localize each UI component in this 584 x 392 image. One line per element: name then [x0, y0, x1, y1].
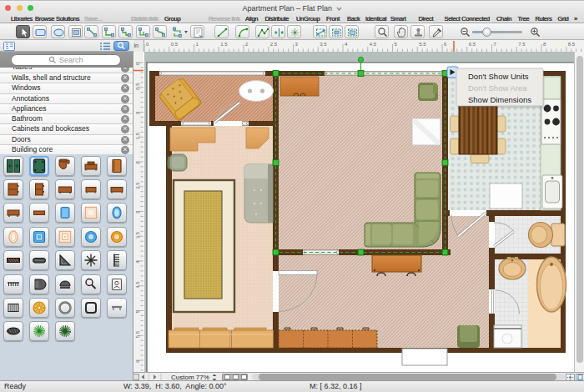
svg-text:Show Dimensions: Show Dimensions [468, 95, 531, 104]
svg-text:8.5: 8.5 [568, 42, 576, 47]
svg-text:2.5: 2.5 [270, 42, 278, 47]
svg-text:2.5: 2.5 [135, 182, 140, 189]
svg-text:6.5: 6.5 [469, 42, 476, 47]
svg-text:1.5: 1.5 [220, 42, 228, 47]
svg-text:3.5: 3.5 [320, 42, 327, 47]
svg-text:1.5: 1.5 [135, 132, 140, 139]
svg-text:5.5: 5.5 [135, 330, 140, 338]
svg-text:4.5: 4.5 [135, 281, 140, 289]
svg-text:Don't Show Area: Don't Show Area [468, 83, 527, 93]
svg-text:4.5: 4.5 [370, 42, 377, 47]
svg-text:in: in [134, 43, 139, 48]
svg-text:Don't Show Units: Don't Show Units [468, 72, 529, 81]
svg-text:0.5: 0.5 [135, 83, 140, 90]
svg-text:0.5: 0.5 [171, 42, 179, 47]
svg-text:5.5: 5.5 [419, 42, 426, 47]
svg-text:3.5: 3.5 [135, 231, 140, 239]
svg-text:7.5: 7.5 [518, 42, 526, 47]
